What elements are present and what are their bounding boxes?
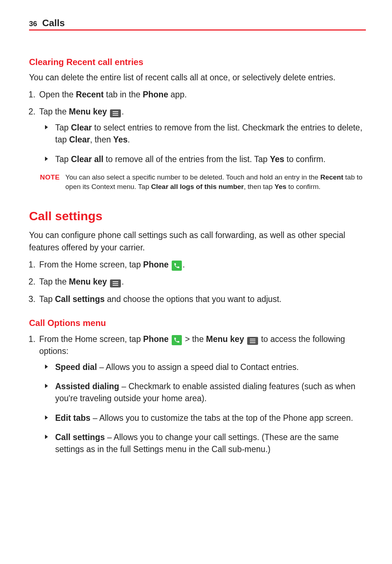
steps-list: From the Home screen, tap Phone . Tap th… (29, 259, 366, 305)
page-number: 36 (29, 20, 37, 28)
heading-call-options-menu: Call Options menu (29, 317, 366, 330)
phone-app-icon (172, 261, 182, 271)
intro-paragraph: You can delete the entire list of recent… (29, 72, 366, 84)
heading-call-settings: Call settings (29, 207, 366, 225)
manual-page: 36 Calls Clearing Recent call entries Yo… (0, 0, 392, 564)
note-label: NOTE (40, 173, 65, 192)
list-item: Assisted dialing – Checkmark to enable a… (52, 380, 366, 405)
sub-bullet-list: Tap Clear to select entries to remove fr… (39, 122, 366, 165)
list-item: Speed dial – Allows you to assign a spee… (52, 361, 366, 373)
phone-app-icon (172, 335, 182, 345)
list-item: Edit tabs – Allows you to customize the … (52, 412, 366, 424)
step-item: From the Home screen, tap Phone . (38, 259, 366, 271)
menu-key-icon (110, 109, 121, 117)
steps-list: From the Home screen, tap Phone > the Me… (29, 333, 366, 456)
options-list: Speed dial – Allows you to assign a spee… (39, 361, 366, 456)
step-item: Tap the Menu key . Tap Clear to select e… (38, 106, 366, 165)
page-content: Clearing Recent call entries You can del… (29, 56, 366, 456)
menu-key-icon (247, 337, 258, 345)
running-header: 36 Calls (29, 17, 366, 31)
heading-clearing-recent: Clearing Recent call entries (29, 56, 366, 69)
note-body: You can also select a specific number to… (65, 173, 366, 192)
step-item: Tap the Menu key . (38, 276, 366, 288)
step-item: Tap Call settings and choose the options… (38, 293, 366, 305)
list-item: Call settings – Allows you to change you… (52, 431, 366, 456)
step-item: From the Home screen, tap Phone > the Me… (38, 333, 366, 456)
menu-key-icon (110, 279, 121, 287)
list-item: Tap Clear to select entries to remove fr… (52, 122, 366, 146)
note-block: NOTE You can also select a specific numb… (40, 173, 366, 192)
list-item: Tap Clear all to remove all of the entri… (52, 153, 366, 165)
intro-paragraph: You can configure phone call settings su… (29, 229, 366, 254)
chapter-title: Calls (42, 17, 65, 29)
step-item: Open the Recent tab in the Phone app. (38, 89, 366, 101)
steps-list: Open the Recent tab in the Phone app. Ta… (29, 89, 366, 165)
